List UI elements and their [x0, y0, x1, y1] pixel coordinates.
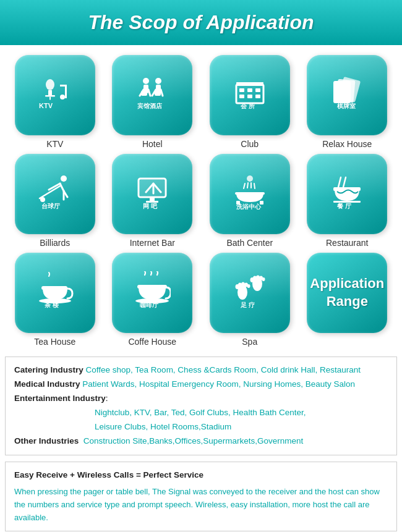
svg-point-0: [46, 79, 54, 90]
svg-rect-43: [150, 197, 155, 201]
svg-point-71: [247, 284, 250, 288]
billiards-icon: 台球厅: [36, 172, 74, 214]
relax-icon: 棋牌室: [328, 74, 366, 115]
coffehouse-icon: 咖啡厅: [134, 271, 171, 313]
icon-cell-teahouse: 茶 楼 Tea House: [9, 253, 101, 347]
perfect-title: Easy Receive + Wireless Calls = Perfect …: [14, 468, 388, 483]
svg-text:茶 楼: 茶 楼: [45, 302, 59, 308]
svg-point-74: [253, 276, 257, 280]
restaurant-icon: 餐 厅: [328, 172, 366, 214]
bath-label: Bath Center: [226, 238, 273, 248]
svg-text:洗浴中心: 洗浴中心: [236, 203, 262, 209]
icon-cell-billiards: 台球厅 Billiards: [9, 154, 101, 248]
entertainment-indent2: Leisure Clubs, Hotel Rooms,Stadium: [95, 420, 388, 434]
hotel-label: Hotel: [142, 139, 163, 149]
hotel-icon: 宾馆酒店: [134, 74, 171, 115]
app-range-box: ApplicationRange: [307, 253, 387, 333]
ktv-label: KTV: [46, 139, 63, 149]
svg-line-15: [161, 90, 163, 96]
icon-cell-relax: 棋牌室 Relax House: [301, 55, 394, 149]
svg-rect-2: [45, 95, 55, 97]
industry-row-other: Other Industries Construction Site,Banks…: [14, 434, 388, 449]
bath-icon: 洗浴中心: [231, 172, 268, 214]
industry-row-catering: Catering Industry Coffee shop, Tea Room,…: [14, 363, 388, 378]
icon-cell-internet: 网 吧 Internet Bar: [106, 154, 199, 248]
teahouse-label: Tea House: [34, 337, 75, 347]
svg-text:咖啡厅: 咖啡厅: [140, 302, 159, 308]
svg-rect-51: [235, 192, 265, 195]
svg-rect-16: [141, 91, 147, 96]
svg-line-48: [247, 183, 248, 188]
icon-cell-apprange: ApplicationRange: [301, 253, 394, 347]
svg-text:台球厅: 台球厅: [41, 203, 61, 209]
other-value: Construction Site,Banks,Offices,Supermar…: [83, 434, 303, 449]
svg-rect-5: [65, 85, 67, 98]
icon-cell-spa: 足 疗 Spa: [203, 253, 296, 347]
club-icon: 会 所: [231, 74, 268, 115]
svg-line-33: [60, 184, 64, 191]
icon-cell-bath: 洗浴中心 Bath Center: [203, 154, 296, 248]
svg-rect-17: [155, 91, 161, 96]
svg-rect-41: [140, 180, 165, 196]
industry-row-medical: Medical Industry Patient Wards, Hospital…: [14, 378, 388, 392]
coffehouse-label: Coffe House: [128, 337, 176, 347]
teahouse-icon: 茶 楼: [36, 271, 74, 313]
icon-grid: KTV KTV: [5, 51, 397, 350]
icon-box-teahouse: 茶 楼: [15, 253, 95, 333]
icon-box-hotel: 宾馆酒店: [112, 55, 192, 135]
entertainment-label: Entertainment Industry: [14, 392, 106, 406]
icon-box-bath: 洗浴中心: [210, 154, 290, 234]
icon-cell-hotel: 宾馆酒店 Hotel: [106, 55, 199, 149]
icon-box-relax: 棋牌室: [307, 55, 387, 135]
svg-point-68: [238, 282, 242, 287]
spa-icon: 足 疗: [231, 271, 268, 313]
svg-rect-30: [333, 81, 351, 103]
svg-text:网 吧: 网 吧: [143, 203, 158, 209]
svg-line-37: [40, 186, 60, 198]
internet-icon: 网 吧: [134, 172, 171, 214]
grid-section: KTV KTV: [0, 45, 402, 350]
svg-text:棋牌室: 棋牌室: [336, 103, 356, 109]
svg-rect-60: [41, 286, 67, 290]
svg-line-50: [254, 184, 255, 188]
billiards-label: Billiards: [40, 238, 70, 248]
svg-point-4: [60, 95, 65, 99]
icon-box-restaurant: 餐 厅: [307, 154, 387, 234]
restaurant-label: Restaurant: [326, 238, 368, 248]
svg-rect-25: [247, 95, 252, 98]
svg-line-47: [244, 184, 245, 188]
medical-label: Medical Industry: [14, 378, 80, 392]
svg-line-56: [338, 177, 341, 187]
svg-point-77: [262, 277, 265, 281]
industries-section: Catering Industry Coffee shop, Tea Room,…: [5, 357, 397, 455]
svg-point-8: [143, 78, 149, 84]
svg-text:餐 厅: 餐 厅: [337, 203, 352, 209]
icon-box-club: 会 所: [210, 55, 290, 135]
svg-rect-6: [60, 85, 67, 87]
icon-cell-club: 会 所 Club: [203, 55, 296, 149]
catering-value: Coffee shop, Tea Room, Chess &Cards Room…: [86, 363, 361, 378]
page-title: The Scop of Application: [6, 11, 396, 34]
svg-rect-26: [255, 95, 260, 98]
svg-rect-63: [137, 285, 167, 289]
club-label: Club: [241, 139, 259, 149]
entertainment-indent1: Nightclub, KTV, Bar, Ted, Golf Clubs, He…: [95, 406, 388, 420]
svg-text:KTV: KTV: [39, 102, 53, 109]
svg-rect-24: [239, 95, 244, 98]
svg-rect-20: [236, 82, 263, 86]
svg-rect-1: [48, 90, 52, 95]
icon-box-spa: 足 疗: [210, 253, 290, 333]
svg-text:宾馆酒店: 宾馆酒店: [137, 103, 163, 109]
svg-rect-22: [247, 88, 252, 92]
icon-cell-restaurant: 餐 厅 Restaurant: [301, 154, 394, 248]
svg-line-11: [148, 90, 150, 96]
icon-box-internet: 网 吧: [112, 154, 192, 234]
perfect-body: When pressing the pager or table bell, T…: [14, 485, 388, 525]
spa-label: Spa: [242, 337, 257, 347]
medical-value: Patient Wards, Hospital Emergency Room, …: [82, 378, 355, 392]
svg-point-12: [155, 78, 161, 84]
header: The Scop of Application: [0, 0, 402, 45]
perfect-section: Easy Receive + Wireless Calls = Perfect …: [5, 462, 397, 531]
svg-rect-21: [239, 88, 244, 92]
icon-cell-coffehouse: 咖啡厅 Coffe House: [106, 253, 199, 347]
